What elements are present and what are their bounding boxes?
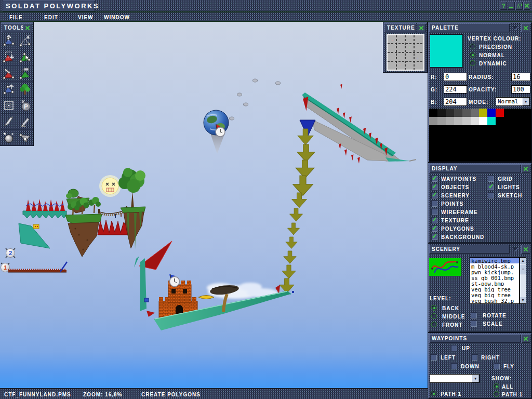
palette-collapse-button[interactable]: [512, 26, 518, 30]
menu-file[interactable]: File: [9, 15, 23, 20]
radius-input[interactable]: [511, 73, 530, 81]
scrollbar-thumb[interactable]: ≡: [520, 264, 526, 274]
display-grid-checkbox[interactable]: [488, 176, 494, 182]
current-colour-swatch[interactable]: [430, 34, 463, 68]
close-button[interactable]: [523, 2, 530, 10]
display-polygons-checkbox[interactable]: [431, 225, 437, 232]
vertex-mode-normal-radio[interactable]: [470, 52, 475, 58]
list-item[interactable]: pwn_kickjump.: [470, 269, 519, 275]
palette-swatch[interactable]: [487, 117, 496, 125]
display-background-checkbox[interactable]: [431, 234, 437, 240]
tool-transform-polygon-button[interactable]: [17, 49, 33, 65]
g-input[interactable]: [444, 85, 467, 94]
vertex-mode-dynamic-radio[interactable]: [470, 60, 475, 66]
level-middle-radio[interactable]: [431, 313, 437, 319]
tool-depth-button[interactable]: [17, 130, 33, 146]
r-input[interactable]: [444, 73, 467, 81]
display-objects-checkbox[interactable]: [431, 184, 437, 190]
palette-swatch[interactable]: [437, 109, 446, 117]
waypoint-left-checkbox[interactable]: [431, 354, 437, 361]
minimize-button[interactable]: [508, 2, 515, 10]
display-close-button[interactable]: [521, 164, 530, 173]
chevron-down-icon[interactable]: ▼: [522, 98, 529, 105]
waypoint-right-checkbox[interactable]: [471, 354, 477, 361]
display-sketch-checkbox[interactable]: [488, 192, 494, 198]
tool-scenery-button[interactable]: [17, 82, 33, 98]
tool-create-polygon-button[interactable]: [17, 33, 33, 49]
menu-window[interactable]: Window: [104, 15, 130, 20]
waypoint-down-checkbox[interactable]: [451, 363, 457, 369]
waypoint-marker-2[interactable]: 2: [6, 248, 15, 258]
scroll-down-button[interactable]: ▼: [520, 297, 526, 303]
tool-move-polygon-button[interactable]: [1, 33, 17, 49]
menu-view[interactable]: View: [78, 15, 94, 20]
level-back-radio[interactable]: [431, 305, 437, 311]
scenery-collapse-button[interactable]: [512, 247, 518, 251]
current-path-radio[interactable]: [431, 391, 436, 396]
tool-spawn-point-button[interactable]: P: [17, 98, 33, 114]
display-texture-checkbox[interactable]: [431, 217, 437, 223]
tool-move-vertex-button[interactable]: [1, 82, 17, 98]
palette-swatch[interactable]: [429, 117, 437, 125]
tool-object-button[interactable]: [1, 98, 17, 114]
list-item[interactable]: kamiwire.bmp: [470, 258, 519, 263]
list-item[interactable]: veg_big_tree_: [470, 292, 519, 298]
path-dropdown[interactable]: ▼: [430, 374, 480, 383]
display-scenery-checkbox[interactable]: [431, 192, 437, 198]
palette-swatch[interactable]: [462, 117, 471, 125]
mode-dropdown[interactable]: Normal ▼: [496, 97, 530, 106]
tool-light-button[interactable]: [1, 130, 17, 146]
palette-swatch[interactable]: [479, 117, 487, 125]
scenery-list-scrollbar[interactable]: ▲ ≡ ▼: [520, 257, 526, 304]
palette-swatch[interactable]: [429, 109, 437, 117]
scenery-file-list[interactable]: kamiwire.bmp m_blood4-sk.p pwn_kickjump.…: [470, 257, 520, 304]
palette-swatch[interactable]: [471, 109, 479, 117]
waypoint-up-checkbox[interactable]: [451, 345, 457, 351]
tool-knife-button[interactable]: [1, 114, 17, 130]
menu-edit[interactable]: Edit: [44, 15, 58, 20]
list-item[interactable]: veg_big_tree_: [470, 286, 519, 292]
colour-swatch-grid[interactable]: [429, 109, 531, 162]
display-waypoints-checkbox[interactable]: [431, 176, 437, 182]
waypoint-marker-1[interactable]: 1: [1, 263, 10, 272]
help-button[interactable]: ?: [500, 2, 507, 10]
display-wireframe-checkbox[interactable]: [431, 209, 437, 215]
vertex-mode-precision-radio[interactable]: [470, 44, 475, 49]
palette-swatch[interactable]: [479, 109, 487, 117]
map-canvas[interactable]: 2 1: [0, 22, 428, 388]
palette-swatch[interactable]: [454, 109, 462, 117]
list-item[interactable]: veg_bush_32.p: [470, 298, 519, 303]
palette-swatch[interactable]: [496, 109, 504, 117]
restore-button[interactable]: [515, 2, 523, 10]
texture-preview[interactable]: [387, 34, 424, 71]
palette-swatch[interactable]: [462, 109, 471, 117]
scenery-close-button[interactable]: [521, 245, 530, 254]
b-input[interactable]: [444, 98, 467, 106]
opacity-input[interactable]: [511, 85, 530, 94]
chevron-down-icon[interactable]: ▼: [472, 375, 479, 382]
show-path-radio[interactable]: [494, 391, 499, 397]
texture-close-button[interactable]: [417, 23, 426, 32]
rotate-checkbox[interactable]: [471, 312, 477, 318]
palette-swatch[interactable]: [471, 117, 479, 125]
tool-cut-polygon-button[interactable]: [1, 65, 17, 82]
palette-swatch[interactable]: [446, 117, 454, 125]
waypoints-close-button[interactable]: [521, 334, 530, 343]
palette-swatch[interactable]: [454, 117, 462, 125]
waypoint-fly-checkbox[interactable]: [494, 363, 500, 369]
palette-swatch[interactable]: [487, 109, 496, 117]
palette-swatch[interactable]: [437, 117, 446, 125]
palette-swatch[interactable]: [496, 117, 504, 125]
tools-close-button[interactable]: [23, 23, 32, 32]
tool-select-polygon-button[interactable]: [1, 49, 17, 65]
list-item[interactable]: m_blood4-sk.p: [470, 263, 519, 269]
list-item[interactable]: st-pow.bmp: [470, 281, 519, 286]
scroll-up-button[interactable]: ▲: [520, 258, 526, 264]
palette-swatch[interactable]: [446, 109, 454, 117]
palette-close-button[interactable]: [521, 23, 530, 32]
scale-checkbox[interactable]: [471, 321, 477, 327]
display-lights-checkbox[interactable]: [488, 184, 494, 190]
tool-pencil-button[interactable]: [17, 114, 33, 130]
list-item[interactable]: ss_gb_001.bmp: [470, 275, 519, 281]
show-all-radio[interactable]: [494, 383, 499, 389]
